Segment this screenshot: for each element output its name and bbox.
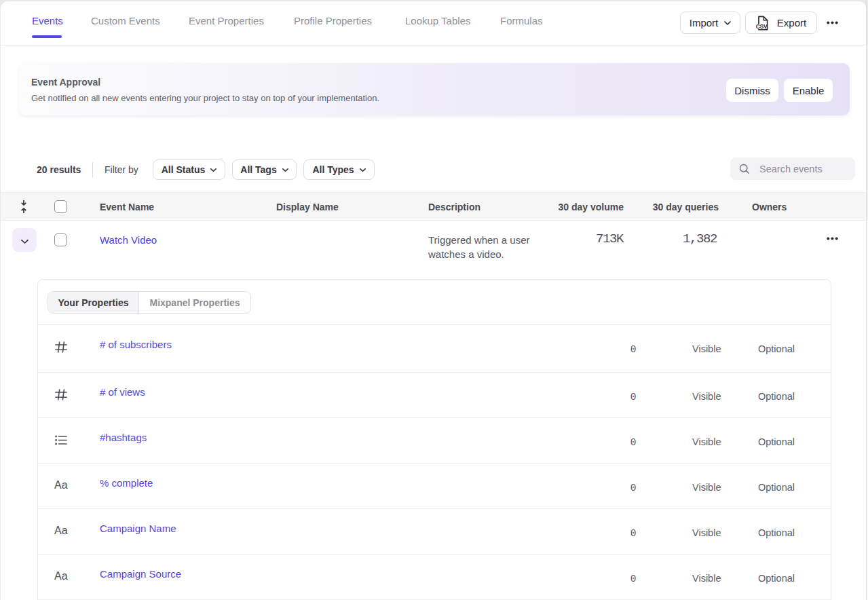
svg-text:CSV: CSV (756, 22, 768, 29)
